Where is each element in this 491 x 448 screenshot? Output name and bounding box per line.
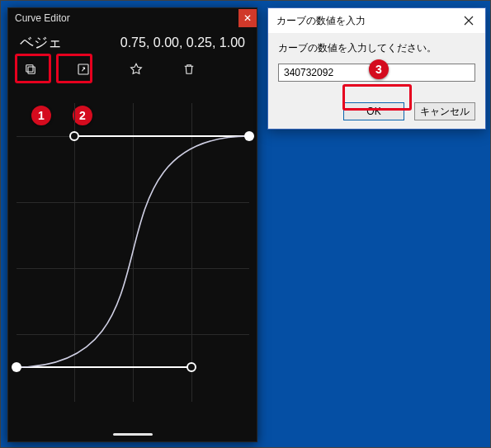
curve-editor-window: Curve Editor ✕ ベジェ 0.75, 0.00, 0.25, 1.0… — [7, 7, 257, 442]
editor-header: ベジェ 0.75, 0.00, 0.25, 1.00 — [8, 28, 257, 55]
copy-button[interactable] — [23, 60, 38, 78]
editor-close-button[interactable]: ✕ — [238, 9, 257, 27]
export-code-button[interactable] — [76, 60, 91, 78]
editor-title: Curve Editor — [15, 12, 70, 24]
copy-icon — [23, 62, 38, 77]
favorite-button[interactable] — [129, 60, 144, 78]
screenshot-stage: Curve Editor ✕ ベジェ 0.75, 0.00, 0.25, 1.0… — [0, 0, 491, 448]
curve-path — [17, 103, 249, 402]
callout-badge-3: 3 — [369, 59, 389, 79]
delete-button[interactable] — [182, 60, 196, 78]
ok-button[interactable]: OK — [343, 102, 404, 120]
dialog-titlebar[interactable]: カーブの数値を入力 — [268, 8, 485, 33]
curve-coords[interactable]: 0.75, 0.00, 0.25, 1.00 — [120, 35, 245, 50]
cancel-button[interactable]: キャンセル — [414, 102, 475, 120]
svg-rect-0 — [28, 67, 35, 73]
badge-3-text: 3 — [375, 63, 382, 76]
close-icon: ✕ — [243, 12, 252, 24]
dialog-message: カーブの数値を入力してください。 — [278, 41, 475, 55]
handle-c2[interactable] — [69, 131, 79, 141]
home-indicator — [113, 433, 153, 436]
handle-start[interactable] — [12, 362, 21, 372]
star-icon — [129, 62, 144, 77]
toolbar — [8, 55, 257, 80]
dialog-title: カーブの数値を入力 — [276, 14, 366, 28]
curve-mode-label[interactable]: ベジェ — [20, 33, 62, 52]
svg-rect-1 — [26, 65, 33, 72]
curve-value-dialog: カーブの数値を入力 カーブの数値を入力してください。 OK キャンセル 3 — [267, 7, 486, 130]
dialog-close-button[interactable] — [452, 8, 485, 33]
curve-canvas[interactable] — [17, 103, 249, 402]
editor-titlebar[interactable]: Curve Editor ✕ — [8, 8, 257, 28]
close-icon — [464, 16, 474, 26]
handle-c1[interactable] — [186, 362, 196, 372]
export-code-icon — [76, 62, 91, 77]
trash-icon — [182, 62, 196, 77]
handle-end[interactable] — [244, 131, 254, 141]
